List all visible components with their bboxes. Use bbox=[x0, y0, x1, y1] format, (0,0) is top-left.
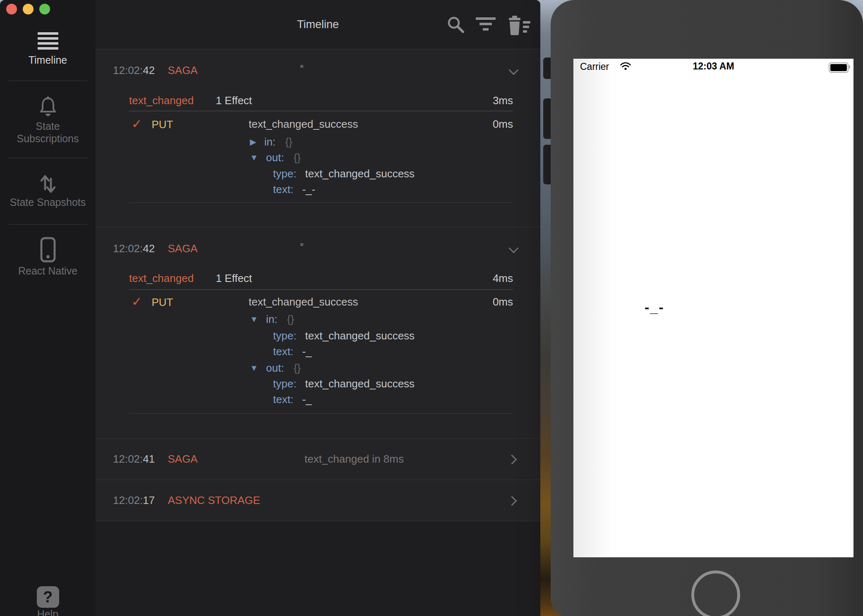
sidebar-item-label: State Subscriptions bbox=[13, 120, 83, 145]
effect-row: ✓ PUT bbox=[132, 117, 173, 131]
divider bbox=[129, 413, 513, 414]
tree-row[interactable]: ▼ out: {} bbox=[250, 361, 301, 375]
chevron-right-icon bbox=[507, 496, 517, 506]
effect-method: PUT bbox=[151, 118, 173, 131]
action-name: text_changed bbox=[129, 272, 194, 284]
sidebar-item-timeline[interactable]: Timeline bbox=[0, 32, 96, 66]
reactotron-window: Timeline State Subscriptions bbox=[0, 0, 540, 616]
sidebar-item-react-native[interactable]: React Native bbox=[0, 236, 96, 277]
divider bbox=[129, 111, 513, 111]
timeline-row-async-storage[interactable]: 12:02:17 ASYNC STORAGE bbox=[96, 480, 540, 521]
effect-row: ✓ PUT bbox=[132, 295, 173, 308]
sidebar-item-label: State Snapshots bbox=[0, 196, 96, 208]
effect-name: text_changed_success bbox=[249, 117, 358, 131]
status-bar-clock: 12:03 AM bbox=[573, 61, 853, 72]
effect-method: PUT bbox=[151, 296, 173, 308]
check-icon: ✓ bbox=[132, 295, 142, 308]
chevron-down-icon[interactable] bbox=[508, 65, 518, 75]
chevron-down-icon[interactable] bbox=[508, 243, 518, 253]
timeline-row-saga[interactable]: 12:02:41 SAGA text_changed in 8ms bbox=[96, 439, 540, 480]
entry-tag: SAGA bbox=[168, 64, 197, 76]
timeline-entry-saga-2: 12:02:42 SAGA text_changed 1 Effect 4ms bbox=[96, 227, 540, 439]
ios-simulator-window: Carrier 12:03 AM -_- bbox=[543, 0, 863, 616]
triangle-down-icon[interactable]: ▼ bbox=[250, 315, 258, 324]
entry-timestamp: 12:02:42 SAGA bbox=[113, 242, 198, 255]
battery-icon bbox=[829, 62, 849, 73]
divider bbox=[129, 203, 513, 203]
tree-row: text: -_ bbox=[273, 345, 312, 358]
arrows-up-down-icon bbox=[38, 173, 58, 196]
phone-screen: Carrier 12:03 AM -_- bbox=[573, 59, 853, 557]
entry-timestamp: 12:02:17 ASYNC STORAGE bbox=[113, 494, 260, 507]
entry-tag: ASYNC STORAGE bbox=[168, 494, 260, 506]
saga-action-row: text_changed 1 Effect bbox=[129, 94, 252, 107]
sidebar-item-state-subscriptions[interactable]: State Subscriptions bbox=[0, 95, 96, 145]
timeline-list: 12:02:42 SAGA text_changed 1 Effect 3ms bbox=[96, 49, 540, 616]
tree-row: text: -_ bbox=[273, 393, 312, 406]
effect-duration: 0ms bbox=[493, 295, 513, 308]
timeline-header: Timeline bbox=[96, 0, 540, 49]
tree-row[interactable]: ▼ out: {} bbox=[250, 151, 301, 164]
check-icon: ✓ bbox=[132, 117, 142, 131]
divider bbox=[129, 289, 513, 290]
tree-row[interactable]: ▼ in: {} bbox=[250, 313, 294, 326]
saga-action-row: text_changed 1 Effect bbox=[129, 272, 252, 285]
effect-count: 1 Effect bbox=[216, 94, 252, 107]
desktop: Timeline State Subscriptions bbox=[0, 0, 863, 616]
effect-count: 1 Effect bbox=[216, 272, 252, 284]
entry-timestamp: 12:02:41 SAGA bbox=[113, 452, 198, 466]
sidebar-item-state-snapshots[interactable]: State Snapshots bbox=[0, 173, 96, 208]
sidebar-item-label: Timeline bbox=[0, 54, 96, 66]
entry-tag: SAGA bbox=[168, 242, 197, 255]
chevron-right-icon bbox=[507, 454, 517, 464]
tree-row[interactable]: ▶ in: {} bbox=[250, 135, 292, 148]
tree-row: type: text_changed_success bbox=[273, 377, 415, 390]
sidebar-divider bbox=[8, 158, 87, 158]
search-icon[interactable] bbox=[446, 15, 466, 36]
zoom-button[interactable] bbox=[39, 4, 50, 14]
timeline-entry-saga-1: 12:02:42 SAGA text_changed 1 Effect 3ms bbox=[96, 49, 540, 227]
entry-summary: text_changed in 8ms bbox=[304, 452, 404, 466]
entry-timestamp: 12:02:42 SAGA bbox=[113, 64, 198, 77]
app-text: -_- bbox=[645, 299, 664, 315]
phone-body: Carrier 12:03 AM -_- bbox=[551, 0, 863, 616]
filter-icon[interactable] bbox=[476, 17, 496, 33]
page-title: Timeline bbox=[96, 18, 540, 31]
tree-row: type: text_changed_success bbox=[273, 329, 415, 342]
entry-tag: SAGA bbox=[168, 453, 197, 465]
triangle-down-icon[interactable]: ▼ bbox=[250, 363, 258, 372]
menu-icon bbox=[38, 32, 58, 52]
timeline-panel: Timeline bbox=[96, 0, 540, 616]
sidebar-item-help[interactable]: ? Help bbox=[0, 586, 96, 616]
sidebar-item-label: React Native bbox=[0, 265, 96, 277]
triangle-down-icon[interactable]: ▼ bbox=[250, 153, 258, 162]
clear-icon[interactable] bbox=[508, 16, 531, 37]
effect-name: text_changed_success bbox=[249, 295, 358, 308]
tree-row: type: text_changed_success bbox=[273, 167, 415, 180]
home-button[interactable] bbox=[691, 571, 740, 616]
help-icon: ? bbox=[37, 586, 59, 608]
action-name: text_changed bbox=[129, 94, 194, 107]
smartphone-icon bbox=[39, 236, 57, 265]
status-bar: Carrier 12:03 AM bbox=[573, 59, 853, 77]
tree-row: text: -_- bbox=[273, 183, 315, 196]
effect-duration: 0ms bbox=[493, 117, 513, 131]
saga-duration: 3ms bbox=[493, 94, 513, 107]
minimize-button[interactable] bbox=[23, 4, 34, 14]
sidebar-divider bbox=[8, 224, 87, 224]
sidebar: Timeline State Subscriptions bbox=[0, 0, 96, 616]
close-button[interactable] bbox=[6, 4, 17, 14]
saga-duration: 4ms bbox=[493, 272, 513, 285]
bell-icon bbox=[38, 95, 58, 120]
sidebar-divider bbox=[8, 81, 87, 81]
triangle-right-icon[interactable]: ▶ bbox=[250, 137, 256, 146]
